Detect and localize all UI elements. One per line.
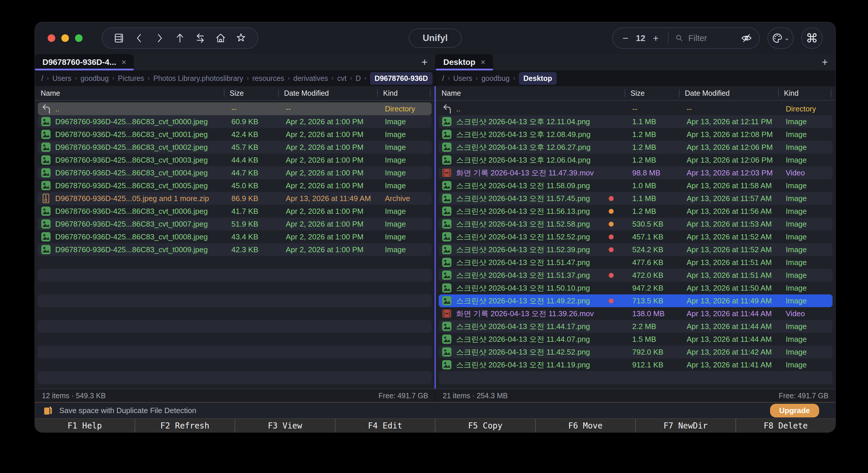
home-icon[interactable]	[212, 29, 230, 47]
swap-panes-icon[interactable]	[191, 29, 209, 47]
breadcrumb-segment[interactable]: Pictures	[118, 74, 144, 83]
function-key-1[interactable]: F1 Help	[35, 419, 134, 432]
file-row[interactable]: 스크린샷 2026-04-13 오전 11.42.52.png792.0 KBA…	[439, 346, 833, 358]
file-row[interactable]: D9678760-936D-425...86C83_cvt_t0005.jpeg…	[38, 179, 432, 192]
file-row[interactable]: 스크린샷 2026-04-13 오전 11.44.17.png2.2 MBApr…	[439, 320, 833, 333]
image-file-icon	[441, 142, 452, 152]
file-row[interactable]: ..----Directory	[439, 102, 833, 115]
file-row[interactable]: 화면 기록 2026-04-13 오전 11.47.39.mov98.8 MBA…	[439, 167, 833, 179]
file-row[interactable]: D9678760-936D-425...86C83_cvt_t0000.jpeg…	[38, 115, 432, 128]
breadcrumb-segment[interactable]: Photos Library.photoslibrary	[153, 74, 243, 83]
tag-dot-orange	[609, 221, 614, 227]
function-key-8[interactable]: F8 Delete	[736, 419, 836, 432]
file-row[interactable]: 스크린샷 2026-04-13 오후 12.08.49.png1.2 MBApr…	[439, 128, 833, 141]
file-row[interactable]: D9678760-936D-425...86C83_cvt_t0007.jpeg…	[38, 217, 432, 230]
file-row[interactable]: 화면 기록 2026-04-13 오전 11.39.26.mov138.0 MB…	[439, 307, 833, 320]
command-shortcuts-button[interactable]: ⌘	[801, 27, 823, 49]
file-row[interactable]: 스크린샷 2026-04-13 오전 11.51.37.png472.0 KBA…	[439, 269, 833, 282]
file-row[interactable]: D9678760-936D-425...86C83_cvt_t0009.jpeg…	[38, 243, 432, 256]
tab-close-icon[interactable]: ×	[480, 58, 485, 67]
volumes-icon[interactable]	[110, 29, 128, 47]
function-key-6[interactable]: F6 Move	[535, 419, 636, 432]
tag-dot-red	[609, 196, 614, 201]
file-row[interactable]: 스크린샷 2026-04-13 오전 11.57.45.png1.1 MBApr…	[439, 192, 833, 205]
column-header-size[interactable]: Size	[224, 86, 278, 100]
breadcrumb-segment[interactable]: resources	[252, 74, 284, 83]
font-size-decrease-button[interactable]: −	[620, 33, 631, 44]
file-row[interactable]: 스크린샷 2026-04-13 오전 11.50.10.png947.2 KBA…	[439, 282, 833, 294]
image-file-icon	[441, 155, 452, 165]
file-row[interactable]: 스크린샷 2026-04-13 오전 11.41.19.png912.1 KBA…	[439, 358, 833, 371]
breadcrumb-segment[interactable]: goodbug	[81, 74, 109, 83]
app-title[interactable]: Unifyl	[409, 29, 462, 48]
file-row[interactable]: D9678760-936D-425...86C83_cvt_t0001.jpeg…	[38, 128, 432, 141]
breadcrumb-current[interactable]: Desktop	[519, 72, 557, 85]
file-row[interactable]: 스크린샷 2026-04-13 오전 11.56.13.png1.2 MBApr…	[439, 205, 833, 217]
add-tab-button[interactable]: +	[822, 56, 828, 68]
column-header-date[interactable]: Date Modified	[679, 86, 778, 100]
font-size-increase-button[interactable]: +	[650, 33, 661, 44]
file-row[interactable]: D9678760-936D-425...86C83_cvt_t0006.jpeg…	[38, 205, 432, 217]
file-name: D9678760-936D-425...86C83_cvt_t0000.jpeg	[55, 117, 208, 126]
column-header-name[interactable]: Name	[38, 86, 224, 100]
column-header-kind[interactable]: Kind	[778, 86, 833, 100]
hidden-files-eye-off-icon[interactable]	[741, 32, 752, 44]
breadcrumb-segment[interactable]: Users	[453, 74, 472, 83]
function-key-7[interactable]: F7 NewDir	[635, 419, 736, 432]
close-window-button[interactable]	[48, 34, 55, 42]
column-header-date[interactable]: Date Modified	[278, 86, 377, 100]
favorites-star-icon[interactable]	[232, 29, 250, 47]
column-header-name[interactable]: Name	[439, 86, 625, 100]
file-row[interactable]: D9678760-936D-425...05.jpeg and 1 more.z…	[38, 192, 432, 205]
forward-icon[interactable]	[151, 29, 168, 47]
file-row[interactable]: 스크린샷 2026-04-13 오전 11.51.47.png477.6 KBA…	[439, 256, 833, 269]
tab-right[interactable]: Desktop ×	[436, 54, 493, 70]
breadcrumb-segment[interactable]: /	[442, 74, 444, 83]
column-header-size[interactable]: Size	[625, 86, 679, 100]
tab-close-icon[interactable]: ×	[122, 58, 126, 67]
file-row[interactable]: D9678760-936D-425...86C83_cvt_t0002.jpeg…	[38, 141, 432, 154]
file-row[interactable]: 스크린샷 2026-04-13 오후 12.06.04.png1.2 MBApr…	[439, 154, 833, 167]
file-name: 스크린샷 2026-04-13 오후 12.06.27.png	[456, 142, 590, 152]
file-kind: Directory	[379, 105, 430, 114]
file-row[interactable]: 스크린샷 2026-04-13 오전 11.52.58.png530.5 KBA…	[439, 217, 833, 230]
file-row[interactable]: 스크린샷 2026-04-13 오전 11.49.22.png713.5 KBA…	[439, 294, 833, 307]
breadcrumb-segment[interactable]: derivatives	[293, 74, 328, 83]
function-key-2[interactable]: F2 Refresh	[134, 419, 235, 432]
tag-dot-red	[609, 273, 614, 278]
theme-palette-button[interactable]: ⌄	[768, 27, 794, 49]
breadcrumb-segment[interactable]: goodbug	[482, 74, 509, 83]
file-row[interactable]: 스크린샷 2026-04-13 오전 11.44.07.png1.5 MBApr…	[439, 333, 833, 346]
column-headers: Name Size Date Modified Kind	[436, 86, 835, 101]
breadcrumb-current[interactable]: D9678760-936D	[370, 72, 433, 85]
column-header-kind[interactable]: Kind	[377, 86, 432, 100]
file-row[interactable]: ..----Directory	[38, 102, 432, 115]
file-row[interactable]: 스크린샷 2026-04-13 오전 11.52.39.png524.2 KBA…	[439, 243, 833, 256]
file-name: D9678760-936D-425...86C83_cvt_t0006.jpeg	[55, 207, 208, 216]
breadcrumb-segment[interactable]: /	[41, 74, 43, 83]
breadcrumb-segment[interactable]: cvt	[337, 74, 346, 83]
filter-input[interactable]: Filter	[688, 33, 736, 43]
file-row[interactable]: D9678760-936D-425...86C83_cvt_t0008.jpeg…	[38, 230, 432, 243]
file-row[interactable]: 스크린샷 2026-04-13 오후 12.11.04.png1.1 MBApr…	[439, 115, 833, 128]
upgrade-button[interactable]: Upgrade	[770, 404, 819, 417]
breadcrumb-segment[interactable]: D	[355, 74, 361, 83]
function-key-3[interactable]: F3 View	[235, 419, 335, 432]
file-row[interactable]: 스크린샷 2026-04-13 오후 12.06.27.png1.2 MBApr…	[439, 141, 833, 154]
file-row[interactable]: 스크린샷 2026-04-13 오전 11.52.52.png457.1 KBA…	[439, 230, 833, 243]
file-row[interactable]: D9678760-936D-425...86C83_cvt_t0003.jpeg…	[38, 154, 432, 167]
add-tab-button[interactable]: +	[422, 56, 428, 68]
file-row[interactable]: D9678760-936D-425...86C83_cvt_t0004.jpeg…	[38, 167, 432, 179]
breadcrumb-segment[interactable]: Users	[52, 74, 71, 83]
zoom-window-button[interactable]	[75, 34, 83, 42]
function-key-5[interactable]: F5 Copy	[435, 419, 535, 432]
file-size: 477.6 KB	[626, 258, 681, 267]
tab-left[interactable]: D9678760-936D-4... ×	[35, 54, 134, 70]
function-key-4[interactable]: F4 Edit	[335, 419, 435, 432]
image-file-icon	[41, 232, 51, 242]
tag-dot-red	[609, 298, 614, 303]
file-row[interactable]: 스크린샷 2026-04-13 오전 11.58.09.png1.0 MBApr…	[439, 179, 833, 192]
up-icon[interactable]	[171, 29, 189, 47]
back-icon[interactable]	[130, 29, 148, 47]
minimize-window-button[interactable]	[61, 34, 69, 42]
